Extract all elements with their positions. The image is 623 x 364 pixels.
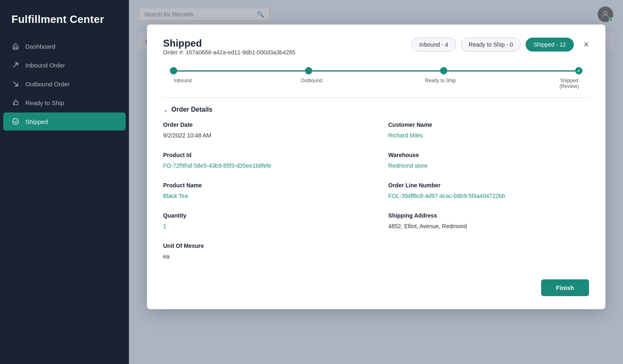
modal: Shipped Order #: 167a0668-a42a-ed11-9db1… (147, 25, 605, 309)
detail-product-name: Product Name Black Tea (163, 182, 364, 201)
svg-line-2 (14, 82, 18, 86)
product-name-value: Black Tea (163, 191, 364, 201)
product-id-value: FO-72f9f/af-58e5-43b9-85f3-d35ee1b8fefe (163, 161, 364, 171)
svg-rect-0 (14, 47, 16, 49)
detail-quantity: Quantity 1 (163, 212, 364, 231)
modal-title: Shipped (163, 38, 296, 49)
sidebar-label-dashboard: Dashboard (25, 43, 55, 50)
shipping-address-label: Shipping Address (388, 212, 589, 219)
detail-unit-of-measure: Unit Of Mesure ea (163, 243, 364, 261)
order-number-value: 167a0668-a42a-ed11-9db1-000d3a3b4285 (186, 49, 296, 56)
progress-label-shipped: Shipped (Review) (553, 78, 585, 89)
quantity-value: 1 (163, 221, 364, 231)
finish-button[interactable]: Finish (541, 279, 589, 296)
close-button[interactable]: × (584, 39, 589, 50)
detail-customer-name: Customer Name Richard Miles (388, 121, 589, 140)
warehouse-value: Redmond store (388, 161, 589, 171)
warehouse-label: Warehouse (388, 152, 589, 158)
order-number-label: Order #: (163, 49, 184, 56)
home-icon (11, 42, 20, 50)
app-title: Fulfillment Center (0, 0, 129, 37)
main-area: 🔍 FO-395ec60c-1831-4cd3-af9f-02ca202c6f5… (129, 0, 623, 364)
sidebar-label-outbound-order: Outbound Order (25, 81, 70, 88)
chevron-icon: ⌄ (163, 106, 168, 113)
modal-header: Shipped Order #: 167a0668-a42a-ed11-9db1… (163, 38, 589, 64)
sidebar-nav: Dashboard Inbound Order Outbound Order R… (0, 37, 129, 130)
quantity-label: Quantity (163, 212, 364, 219)
sidebar-item-shipped[interactable]: Shipped (3, 112, 126, 130)
detail-order-date: Order Date 9/2/2022 10:48 AM (163, 121, 364, 140)
unit-of-measure-label: Unit Of Mesure (163, 243, 364, 249)
svg-line-1 (14, 63, 18, 67)
modal-title-block: Shipped Order #: 167a0668-a42a-ed11-9db1… (163, 38, 296, 64)
thumbsup-icon (11, 99, 20, 107)
sidebar-label-inbound-order: Inbound Order (25, 62, 65, 69)
customer-name-value: Richard Miles (388, 130, 589, 140)
progress-track (163, 67, 589, 74)
order-number: Order #: 167a0668-a42a-ed11-9db1-000d3a3… (163, 49, 296, 56)
sidebar-item-ready-to-ship[interactable]: Ready to Ship (3, 94, 126, 112)
modal-footer: Finish (163, 279, 589, 296)
modal-header-right: Inbound - 4 Ready to Ship - 0 Shipped - … (411, 38, 589, 52)
progress-dot-outbound (305, 67, 312, 74)
product-name-label: Product Name (163, 182, 364, 189)
sidebar-item-outbound-order[interactable]: Outbound Order (3, 75, 126, 93)
section-header[interactable]: ⌄ Order Details (163, 106, 589, 113)
progress-dot-ready-to-ship (440, 67, 447, 74)
sidebar-item-dashboard[interactable]: Dashboard (3, 37, 126, 55)
progress-label-ready-to-ship: Ready to Ship (424, 78, 457, 89)
shipping-address-value: 4852, Elliot, Avenue, Redmond (388, 221, 589, 231)
progress-line-3 (447, 70, 575, 72)
details-grid: Order Date 9/2/2022 10:48 AM Product Id … (163, 121, 589, 273)
sidebar: Fulfillment Center Dashboard Inbound Ord… (0, 0, 129, 364)
progress-dot-shipped (575, 67, 582, 74)
detail-product-id: Product Id FO-72f9f/af-58e5-43b9-85f3-d3… (163, 152, 364, 171)
details-left-col: Order Date 9/2/2022 10:48 AM Product Id … (163, 121, 364, 273)
modal-divider (163, 97, 589, 98)
detail-shipping-address: Shipping Address 4852, Elliot, Avenue, R… (388, 212, 589, 231)
detail-warehouse: Warehouse Redmond store (388, 152, 589, 171)
order-line-number-label: Order Line Number (388, 182, 589, 189)
order-date-label: Order Date (163, 121, 364, 128)
customer-name-label: Customer Name (388, 121, 589, 128)
progress-line-2 (312, 70, 440, 72)
detail-order-line-number: Order Line Number FOL-394ff6c8-4d97-4cac… (388, 182, 589, 201)
shipped-icon (11, 117, 20, 126)
progress-labels: Inbound Outbound Ready to Ship Shipped (… (163, 78, 589, 89)
progress-line-1 (177, 70, 305, 72)
status-pill-shipped[interactable]: Shipped - 12 (526, 38, 573, 52)
order-line-number-value: FOL-394ff6c8-4d97-4cac-b9b9-5f4a494722bb (388, 191, 589, 201)
sidebar-item-inbound-order[interactable]: Inbound Order (3, 56, 126, 74)
sidebar-label-ready-to-ship: Ready to Ship (25, 99, 64, 106)
progress-label-inbound: Inbound (167, 78, 199, 89)
progress-label-outbound: Outbound (295, 78, 328, 89)
modal-overlay: Shipped Order #: 167a0668-a42a-ed11-9db1… (129, 0, 623, 364)
product-id-label: Product Id (163, 152, 364, 158)
unit-of-measure-value: ea (163, 252, 364, 261)
inbound-icon (11, 61, 20, 69)
sidebar-label-shipped: Shipped (25, 118, 48, 125)
progress-dot-inbound (170, 67, 177, 74)
section-title: Order Details (172, 106, 212, 113)
status-pill-inbound[interactable]: Inbound - 4 (411, 38, 456, 52)
svg-point-3 (13, 119, 18, 124)
order-date-value: 9/2/2022 10:48 AM (163, 130, 364, 140)
details-right-col: Customer Name Richard Miles Warehouse Re… (388, 121, 589, 273)
outbound-icon (11, 80, 20, 88)
status-pill-ready-to-ship[interactable]: Ready to Ship - 0 (461, 38, 521, 52)
